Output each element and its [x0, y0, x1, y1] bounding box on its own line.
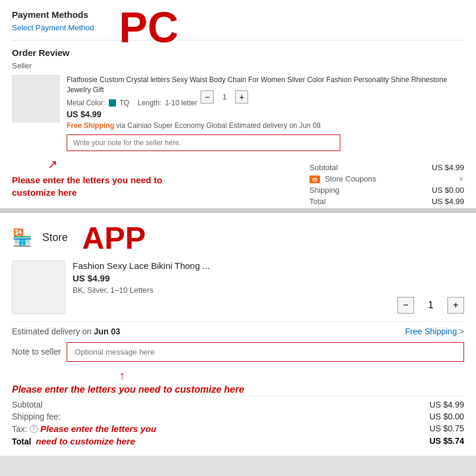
total-annotation: need to customize here	[36, 436, 135, 446]
app-qty-decrease-button[interactable]: −	[397, 297, 414, 314]
app-qty-value: 1	[424, 300, 438, 311]
app-total-row: Total need to customize here US $5.74	[12, 436, 464, 446]
payment-methods-title: Payment Methods	[12, 10, 464, 20]
seller-label: Seller	[12, 61, 464, 70]
please-text-app: Please enter the letters you need to cus…	[12, 384, 464, 396]
free-shipping-link[interactable]: Free Shipping >	[405, 327, 464, 336]
app-shipping-label: Shipping fee:	[12, 412, 61, 421]
app-shipping-row: Shipping fee: US $0.00	[12, 412, 464, 421]
app-tax-value: US $0.75	[430, 424, 464, 434]
note-row: Note to seller	[12, 342, 464, 362]
app-section: 🏪 Store APP Fashion Sexy Lace Bikini Tho…	[0, 213, 476, 456]
color-dot	[109, 99, 116, 107]
app-total-value: US $5.74	[430, 436, 464, 446]
delivery-date: Jun 03	[94, 327, 120, 336]
qty-value: 1	[218, 92, 230, 101]
app-label: APP	[82, 223, 146, 253]
delivery-row: Estimated delivery on Jun 03 Free Shippi…	[12, 321, 464, 336]
length-value: 1-10 letter	[165, 99, 197, 107]
app-qty-increase-button[interactable]: +	[447, 297, 464, 314]
select-payment-link[interactable]: Select Payment Method	[12, 23, 94, 32]
delivery-label: Estimated delivery on Jun 03	[12, 327, 120, 336]
store-label: Store	[42, 231, 68, 244]
product-title: Flatfoosie Custom Crystal letters Sexy W…	[67, 75, 457, 95]
app-product-price: US $4.99	[73, 273, 464, 283]
app-shipping-value: US $0.00	[430, 412, 464, 421]
divider	[12, 40, 464, 40]
qty-increase-button[interactable]: +	[235, 90, 248, 104]
app-tax-row: Tax: ? Please enter the letters you US $…	[12, 424, 464, 434]
app-total-label: Total need to customize here	[12, 436, 135, 446]
arrow-annotation: ↗ Please enter the letters you need to c…	[12, 157, 464, 199]
app-annotation: ↑ Please enter the letters you need to c…	[12, 369, 464, 396]
pc-label: PC	[119, 6, 178, 49]
app-item-row: Fashion Sexy Lace Bikini Thong ... US $4…	[12, 261, 464, 314]
color-label: Metal Color:	[67, 99, 105, 107]
qty-decrease-button[interactable]: −	[201, 90, 214, 104]
free-shipping-text: Free Shipping via Cainiao Super Economy …	[67, 121, 457, 130]
app-arrow-icon: ↑	[119, 369, 464, 383]
app-product-title: Fashion Sexy Lace Bikini Thong ...	[73, 261, 464, 271]
shipping-detail: via Cainiao Super Economy Global Estimat…	[116, 121, 321, 130]
product-image	[12, 75, 60, 123]
app-seller-note-input[interactable]	[67, 342, 464, 362]
product-price: US $4.99	[67, 109, 457, 119]
app-summary: Subtotal US $4.99 Shipping fee: US $0.00…	[12, 396, 464, 446]
product-attrs: Metal Color: TQ Length: 1-10 letter − 1 …	[67, 99, 457, 107]
color-value: TQ	[120, 99, 130, 107]
order-item-row: Flatfoosie Custom Crystal letters Sexy W…	[12, 75, 464, 151]
length-label: Length:	[137, 99, 161, 107]
tax-info-icon[interactable]: ?	[30, 425, 38, 433]
app-subtotal-row: Subtotal US $4.99	[12, 400, 464, 409]
store-icon: 🏪	[12, 228, 33, 248]
app-product-image	[12, 261, 65, 314]
product-details: Flatfoosie Custom Crystal letters Sexy W…	[67, 75, 457, 151]
app-subtotal-label: Subtotal	[12, 400, 42, 409]
pc-section: Payment Methods Select Payment Method PC…	[0, 0, 476, 213]
red-arrow-icon: ↗	[48, 157, 464, 171]
free-shipping-highlight: Free Shipping	[67, 121, 114, 130]
order-review-title: Order Review	[12, 48, 464, 58]
seller-note-input[interactable]	[67, 134, 340, 151]
app-tax-label: Tax: ? Please enter the letters you	[12, 424, 156, 434]
app-product-details: Fashion Sexy Lace Bikini Thong ... US $4…	[73, 261, 464, 314]
tax-please-text: Please enter the letters you	[40, 424, 156, 434]
app-subtotal-value: US $4.99	[430, 400, 464, 409]
please-text-pc: Please enter the letters you need to cus…	[12, 174, 178, 199]
app-qty-row: − 1 +	[73, 297, 464, 314]
note-label: Note to seller	[12, 347, 61, 356]
app-product-attrs: BK, Silver, 1–10 Letters	[73, 286, 464, 295]
app-header: 🏪 Store APP	[12, 223, 464, 253]
qty-control: − 1 +	[201, 90, 248, 104]
